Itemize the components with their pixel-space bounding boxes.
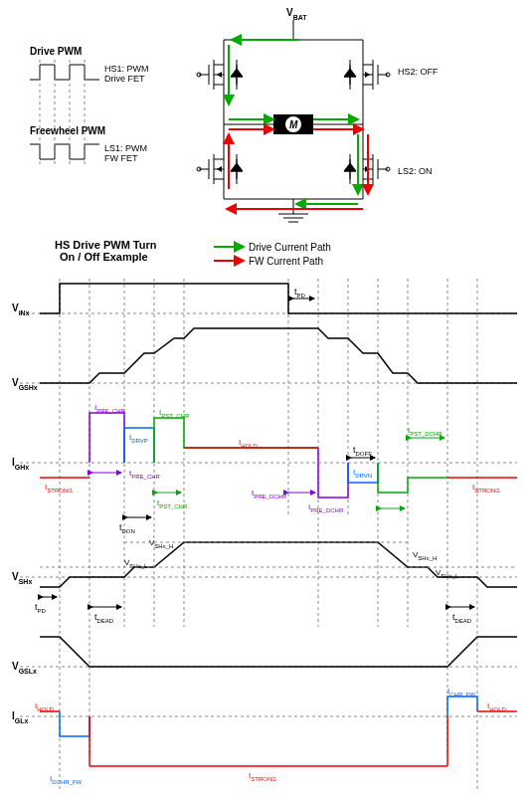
hs2-label: HS2: OFF (398, 67, 439, 77)
ipre-chr-step (89, 413, 124, 463)
vgshx-label: VGSHx (12, 377, 38, 391)
timing-diagram: VINx tPD VGSHx IGHx IPRE_CHR IDRVP IPST_… (12, 279, 517, 791)
vshx-label: VSHx (12, 571, 32, 585)
vgslx-label: VGSLx (12, 661, 37, 675)
ls1-fet (197, 134, 243, 199)
svg-text:IDCHR_FW: IDCHR_FW (50, 774, 83, 785)
vbat-label: VBAT (286, 7, 307, 21)
example-title: HS Drive PWM TurnOn / Off Example (55, 239, 157, 263)
svg-text:tDEAD: tDEAD (94, 612, 114, 624)
tpd-label-r: tPD (294, 287, 306, 299)
hs1-label: HS1: PWMDrive FET (104, 64, 149, 84)
vgslx-wave (40, 637, 517, 667)
istrong-r: ISTRONG (472, 483, 500, 494)
iprechr-label: IPRE_CHR (94, 403, 126, 414)
vgshx-wave (40, 328, 517, 383)
svg-text:ICHR_FW: ICHR_FW (447, 687, 475, 698)
diagram: VBAT M (0, 0, 532, 799)
svg-text:IHOLD: IHOLD (35, 701, 55, 712)
vin-label: VINx (12, 302, 30, 316)
vshx-wave (40, 542, 517, 587)
hbridge-section: VBAT M (30, 7, 439, 222)
svg-text:tDEAD: tDEAD (452, 612, 472, 624)
istrong-l: ISTRONG (45, 483, 73, 494)
svg-text:VSHx_H: VSHx_H (413, 550, 437, 561)
ls1-label: LS1: PWMFW FET (104, 143, 147, 163)
motor-label: M (289, 119, 298, 130)
svg-text:tDOFF: tDOFF (353, 445, 372, 457)
idrvn-label: IDRVN (353, 468, 372, 479)
ipstdchr-label: IPST_DCHR (408, 426, 443, 437)
svg-text:IHOLD: IHOLD (487, 701, 507, 712)
svg-text:tPRE_CHR: tPRE_CHR (129, 469, 161, 480)
ipstchr-label: IPST_CHR (159, 408, 190, 419)
hs2-fet (344, 40, 390, 104)
svg-text:ISTRONG: ISTRONG (249, 771, 276, 782)
svg-text:VSHx_H: VSHx_H (149, 538, 173, 549)
svg-text:tPST_CHR: tPST_CHR (157, 499, 188, 509)
hs1-fet (197, 40, 243, 104)
ls2-label: LS2: ON (398, 166, 433, 176)
drive-pwm-label: Drive PWM (30, 46, 82, 57)
idrvp-label: IDRVP (129, 433, 148, 444)
legend-fw-label: FW Current Path (249, 256, 323, 267)
svg-text:tPRE_DCHR: tPRE_DCHR (252, 489, 287, 499)
iglx-label: IGLx (12, 710, 29, 724)
svg-text:tDON: tDON (119, 522, 135, 534)
ihold-label: IHOLD (239, 438, 259, 449)
svg-text:tPD: tPD (35, 602, 47, 614)
fw-pwm-label: Freewheel PWM (30, 125, 105, 136)
legend-drive-label: Drive Current Path (249, 242, 331, 253)
ipredchr-label: IPRE_DCHR (308, 502, 344, 513)
ipst-chr-step (154, 418, 318, 463)
ighx-label: IGHx (12, 457, 29, 471)
vin-wave (40, 284, 517, 313)
